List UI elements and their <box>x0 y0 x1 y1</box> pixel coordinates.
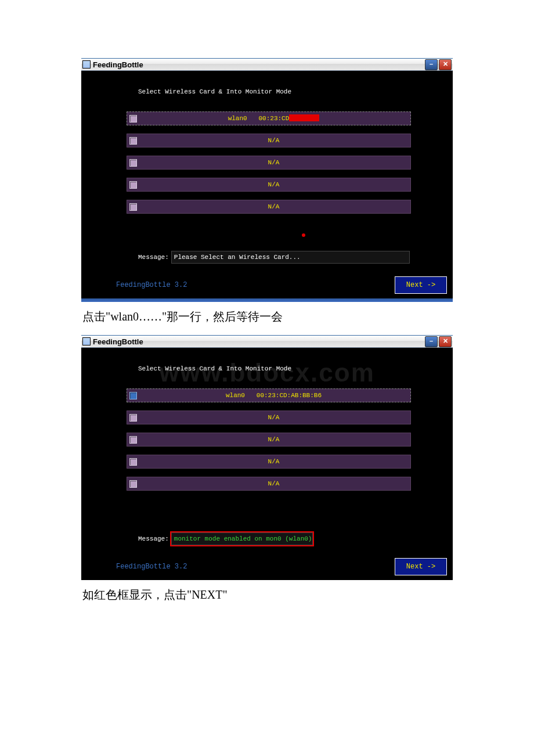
row-text: wlan0 00:23:CD:AB:BB:B6 <box>137 392 410 399</box>
message-row: Message: monitor mode enabled on mon0 (w… <box>138 532 313 545</box>
app-window-1: FeedingBottle – ✕ Select Wireless Card &… <box>81 58 453 302</box>
wireless-card-row-na[interactable]: N/A <box>127 411 411 424</box>
wireless-card-row-na[interactable]: N/A <box>127 455 411 469</box>
minimize-button[interactable]: – <box>425 59 438 70</box>
message-box: Please Select an Wireless Card... <box>171 251 410 264</box>
titlebar: FeedingBottle – ✕ <box>81 59 453 71</box>
message-label: Message: <box>138 535 169 542</box>
row-text: wlan0 00:23:CD <box>137 115 410 122</box>
app-window-2: FeedingBottle – ✕ www.bdocx.com Select W… <box>81 335 453 580</box>
message-label: Message: <box>138 254 169 261</box>
watermark-text: www.bdocx.com <box>81 358 453 387</box>
wireless-card-row-na[interactable]: N/A <box>127 156 411 170</box>
minimize-button[interactable]: – <box>425 336 438 347</box>
window-content: Select Wireless Card & Into Monitor Mode… <box>81 71 453 298</box>
row-text: N/A <box>137 159 410 166</box>
row-text: N/A <box>137 203 410 210</box>
app-icon <box>82 60 91 69</box>
section-heading: Select Wireless Card & Into Monitor Mode <box>138 365 291 372</box>
message-row: Message: Please Select an Wireless Card.… <box>138 251 410 264</box>
app-icon <box>82 337 91 345</box>
window-content: www.bdocx.com Select Wireless Card & Int… <box>81 348 453 580</box>
redacted-block <box>289 114 319 121</box>
wireless-card-list: wlan0 00:23:CD:AB:BB:B6 N/A N/A N/A N/A <box>127 388 411 499</box>
row-text: N/A <box>137 436 410 443</box>
checkbox-icon <box>129 181 137 189</box>
checkbox-icon <box>129 480 137 488</box>
window-title: FeedingBottle <box>93 337 143 346</box>
checkbox-icon <box>129 115 137 123</box>
close-button[interactable]: ✕ <box>439 59 452 70</box>
red-dot-icon <box>302 233 305 237</box>
message-text: Please Select an Wireless Card... <box>174 254 301 261</box>
row-text: N/A <box>137 458 410 465</box>
wireless-card-row-wlan0[interactable]: wlan0 00:23:CD <box>127 111 411 125</box>
row-text: N/A <box>137 181 410 188</box>
message-box-highlighted: monitor mode enabled on mon0 (wlan0) <box>171 532 313 545</box>
row-text: N/A <box>137 480 410 487</box>
titlebar: FeedingBottle – ✕ <box>81 336 453 348</box>
next-button[interactable]: Next -> <box>395 558 447 575</box>
wireless-card-row-na[interactable]: N/A <box>127 134 411 147</box>
checkbox-icon <box>129 436 137 444</box>
bottom-border <box>81 298 453 302</box>
brand-label: FeedingBottle 3.2 <box>116 281 187 289</box>
checkbox-icon <box>129 414 137 422</box>
message-text: monitor mode enabled on mon0 (wlan0) <box>174 535 312 542</box>
checkbox-icon <box>129 203 137 211</box>
wireless-card-row-na[interactable]: N/A <box>127 477 411 491</box>
brand-label: FeedingBottle 3.2 <box>116 563 187 571</box>
checkbox-icon <box>129 137 137 145</box>
wireless-card-list: wlan0 00:23:CD N/A N/A N/A N/A <box>127 111 411 222</box>
caption-text-1: 点击"wlan0……"那一行，然后等待一会 <box>80 309 454 325</box>
wireless-card-row-na[interactable]: N/A <box>127 433 411 447</box>
row-text: N/A <box>137 137 410 144</box>
checkbox-icon <box>129 159 137 167</box>
row-text: N/A <box>137 414 410 421</box>
checkbox-icon <box>129 458 137 466</box>
next-button[interactable]: Next -> <box>395 276 447 294</box>
window-title: FeedingBottle <box>93 60 143 69</box>
checkbox-icon <box>129 392 137 399</box>
section-heading: Select Wireless Card & Into Monitor Mode <box>138 88 291 95</box>
caption-text-2: 如红色框显示，点击"NEXT" <box>80 587 454 603</box>
close-button[interactable]: ✕ <box>439 336 452 347</box>
wireless-card-row-na[interactable]: N/A <box>127 178 411 192</box>
wireless-card-row-wlan0[interactable]: wlan0 00:23:CD:AB:BB:B6 <box>127 388 411 402</box>
wireless-card-row-na[interactable]: N/A <box>127 200 411 214</box>
